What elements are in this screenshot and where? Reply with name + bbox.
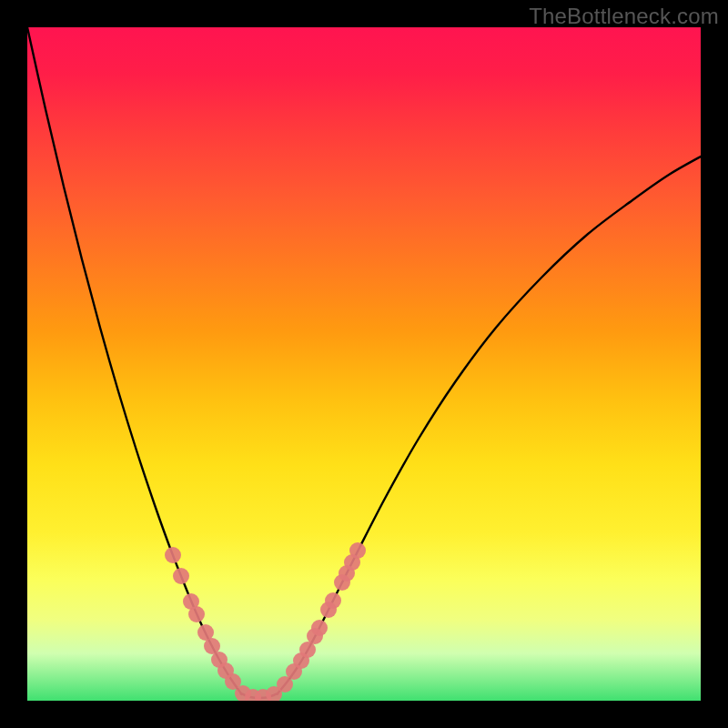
marker-points <box>165 542 366 701</box>
marker-dot <box>311 620 328 636</box>
watermark-text: TheBottleneck.com <box>529 4 719 29</box>
marker-dot <box>349 542 366 559</box>
marker-dot <box>173 568 189 584</box>
marker-dot <box>188 606 205 622</box>
marker-dot <box>165 547 181 563</box>
chart-frame: TheBottleneck.com <box>0 0 728 728</box>
plot-area <box>27 27 701 701</box>
bottleneck-curve <box>27 27 701 698</box>
chart-svg <box>27 27 701 701</box>
marker-dot <box>325 592 341 609</box>
curve-line <box>27 27 701 698</box>
